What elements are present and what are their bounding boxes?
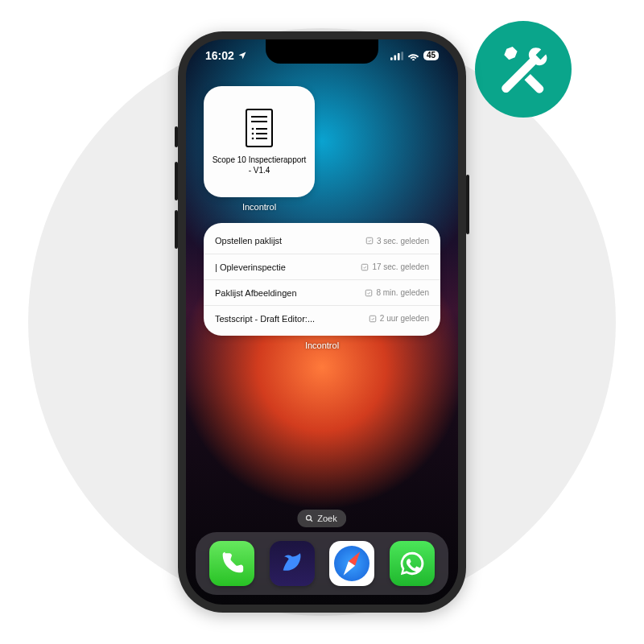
list-item-time: 3 sec. geleden	[365, 237, 429, 246]
list-item-title: Opstellen paklijst	[215, 236, 365, 246]
list-item[interactable]: | Opleverinspectie 17 sec. geleden	[204, 254, 440, 279]
list-item[interactable]: Paklijst Afbeeldingen 8 min. geleden	[204, 279, 440, 305]
svg-point-7	[252, 128, 254, 130]
edit-icon	[361, 263, 369, 271]
list-item-time: 17 sec. geleden	[361, 262, 429, 271]
tools-badge-icon	[475, 21, 572, 118]
svg-rect-0	[390, 57, 393, 60]
svg-point-17	[307, 515, 312, 520]
widget-list-caption: Incontrol	[204, 341, 440, 350]
location-arrow-icon	[237, 51, 247, 60]
list-item-title: | Opleverinspectie	[215, 262, 361, 272]
svg-point-11	[252, 138, 254, 140]
spotlight-search[interactable]: Zoek	[297, 510, 346, 527]
svg-rect-8	[256, 128, 267, 130]
widget-small-incontrol[interactable]: Scope 10 Inspectierapport - V1.4	[204, 86, 315, 197]
phone-mockup: 16:02 45	[178, 31, 466, 613]
document-icon	[242, 108, 276, 148]
dock-app-generic[interactable]	[270, 541, 315, 586]
svg-rect-14	[362, 264, 369, 270]
list-item-title: Paklijst Afbeeldingen	[215, 288, 365, 298]
svg-rect-15	[366, 290, 373, 296]
bird-icon	[279, 550, 306, 577]
edit-icon	[365, 237, 374, 245]
svg-rect-13	[366, 237, 373, 244]
list-item[interactable]: Opstellen paklijst 3 sec. geleden	[204, 228, 440, 254]
widget-list-incontrol[interactable]: Opstellen paklijst 3 sec. geleden | Ople…	[204, 223, 440, 336]
search-icon	[305, 514, 313, 522]
widget-small-title: Scope 10 Inspectierapport - V1.4	[204, 155, 315, 175]
compass-icon	[334, 546, 369, 581]
dock-app-safari[interactable]	[329, 541, 374, 586]
svg-rect-16	[369, 316, 376, 322]
cellular-icon	[390, 52, 403, 60]
dock	[196, 532, 448, 595]
dock-app-whatsapp[interactable]	[390, 541, 435, 586]
whatsapp-icon	[398, 550, 426, 577]
phone-screen: 16:02 45	[186, 39, 458, 605]
edit-icon	[365, 289, 373, 297]
list-item-title: Testscript - Draft Editor:...	[215, 314, 369, 324]
svg-rect-1	[394, 55, 396, 60]
notch	[266, 39, 378, 64]
svg-rect-12	[256, 138, 267, 139]
svg-point-9	[252, 133, 254, 135]
status-time: 16:02	[205, 49, 234, 62]
battery-level: 45	[423, 51, 439, 60]
search-label: Zoek	[317, 514, 336, 523]
dock-app-phone[interactable]	[209, 541, 254, 586]
edit-icon	[369, 315, 377, 323]
phone-icon	[218, 550, 246, 577]
list-item[interactable]: Testscript - Draft Editor:... 2 uur gele…	[204, 305, 440, 331]
list-item-time: 8 min. geleden	[365, 288, 429, 297]
svg-rect-2	[398, 52, 400, 60]
svg-rect-6	[251, 121, 267, 122]
widget-small-caption: Incontrol	[204, 202, 315, 212]
svg-rect-3	[401, 52, 403, 60]
svg-rect-10	[256, 133, 267, 134]
list-item-time: 2 uur geleden	[369, 314, 429, 323]
wifi-icon	[407, 52, 419, 60]
svg-rect-5	[251, 116, 267, 118]
